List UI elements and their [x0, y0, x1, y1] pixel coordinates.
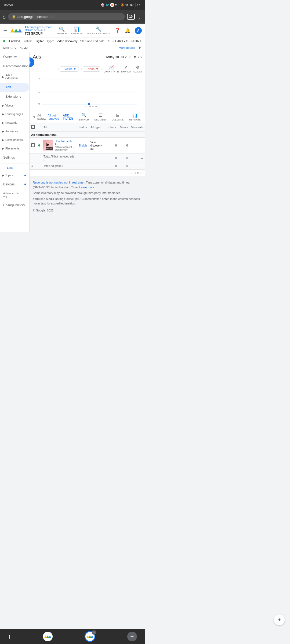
ad-text-info: How To Create A... Affiliate Account ...… — [55, 140, 76, 151]
date-label: Start and end date: — [80, 39, 105, 43]
nav-help-icon[interactable]: ❓ — [114, 28, 120, 34]
toolbar-reports-btn[interactable]: 📊 REPORTS — [126, 111, 143, 123]
ad-thumbnail[interactable]: ▶ 06:56 — [43, 140, 53, 151]
sidebar-item-extensions[interactable]: Extensions — [0, 92, 29, 101]
devices-dot — [24, 184, 26, 185]
sidebar-item-ads[interactable]: Ads — [0, 83, 29, 92]
breadcrumb-campaigns[interactable]: All campaigns — [25, 26, 41, 29]
hamburger-icon[interactable]: ☰ — [3, 28, 8, 34]
ad-status-eligible: Eligible — [79, 144, 87, 147]
sidebar-item-audiences[interactable]: ▶ Audiences — [0, 127, 29, 136]
toolbar-segment-btn[interactable]: ☰ SEGMENT — [92, 111, 109, 123]
topics-label: Topics — [5, 174, 13, 177]
max-cpv-value: ₹0.30 — [20, 46, 27, 50]
extensions-label: Extensions — [5, 95, 21, 98]
landing-pages-label: Landing pages — [5, 113, 23, 116]
total-group-label: Total: Ad group — [44, 164, 61, 167]
total-group-views-cell: 0 — [118, 163, 129, 169]
total-group-info-icon[interactable]: ℹ — [62, 164, 63, 167]
sidebar-item-overview[interactable]: Overview — [0, 52, 29, 61]
avatar[interactable]: A — [135, 27, 142, 34]
sidebar-item-change-history[interactable]: Change history — [0, 201, 29, 210]
enabled-dot — [3, 40, 5, 42]
browser-bar: ⌂ 🔒 ads.google.com/aw/ads 10 ⋮ — [0, 10, 145, 24]
breadcrumb-area: All campaigns > create affiliate account… — [25, 26, 54, 35]
nav-bell-icon[interactable]: 🔔 — [125, 28, 130, 34]
chart-type-label: CHART TYPE — [104, 70, 119, 73]
ad-checkbox[interactable] — [31, 143, 35, 147]
thumb-content: ▶ — [44, 141, 52, 147]
nav-search-wrap[interactable]: 🔍 SEARCH — [57, 26, 67, 35]
nav-reports-icon: 📊 — [74, 26, 80, 32]
bid-adj-label: Advanced bid adj... — [3, 192, 26, 198]
total-expand-cell — [30, 153, 42, 163]
nav-reports-wrap[interactable]: 📊 REPORTS — [71, 26, 82, 35]
chart-type-icon: 📈 — [109, 65, 114, 70]
date-selector[interactable]: Today 10 Jul 2021 ▼ ‹ › — [106, 55, 142, 60]
toolbar-download-btn[interactable]: ⬇ DOWNLOAD — [143, 111, 145, 123]
nav-tools-wrap[interactable]: 🔧 TOOLS & SETTINGS — [87, 26, 110, 35]
sidebar-item-topics[interactable]: ▶ Topics — [0, 171, 29, 180]
filter-value[interactable]: All but removed — [48, 114, 59, 120]
add-filter-btn[interactable]: ADD FILTER — [63, 114, 73, 120]
prev-date-btn[interactable]: ‹ — [138, 55, 139, 60]
adtype-col-header: Ad type — [89, 123, 106, 132]
sidebar-item-keywords[interactable]: ▶ Keywords — [0, 119, 29, 127]
tab-count[interactable]: 10 — [127, 14, 135, 20]
chevron-right-icon-keywords: ▶ — [2, 121, 4, 124]
url-display: ads.google.com/aw/ads — [17, 15, 54, 19]
sidebar-item-ads-extensions-section[interactable]: ▶ Ads & extensions — [0, 71, 29, 82]
chart-type-btn[interactable]: 📈 CHART TYPE — [104, 65, 119, 73]
ads-label: Ads — [5, 85, 12, 89]
campaign-dates: 10 Jul 2021 - 15 Jul 2021 — [108, 39, 141, 43]
total-group-impr-cell: 0 — [106, 163, 118, 169]
table-body: Ad #adityapanchal — [30, 132, 145, 169]
ad-info-cell: ▶ 06:56 How To Create A... Affiliate Acc… — [42, 138, 77, 153]
views-dropdown-icon[interactable]: ▼ — [73, 67, 76, 71]
impr-col-header[interactable]: ↓ Impr. — [106, 123, 118, 132]
sidebar-item-recommendations[interactable]: Recommendations — [0, 62, 29, 71]
browser-menu-dots[interactable]: ⋮ — [137, 13, 142, 20]
url-main: ads.google.com — [17, 15, 42, 19]
url-path: /aw/ads — [42, 15, 54, 19]
ad-viewrate-cell: — — [129, 138, 145, 154]
adjust-chart-label: ADJUST — [133, 70, 142, 73]
more-details-link[interactable]: More details — [119, 46, 135, 49]
toolbar-columns-btn[interactable]: ⊞ COLUMNS — [109, 111, 126, 123]
home-icon[interactable]: ⌂ — [3, 14, 6, 20]
learn-more-link[interactable]: Learn more — [79, 186, 94, 189]
select-all-checkbox[interactable] — [31, 125, 35, 129]
sidebar-item-settings[interactable]: Settings — [0, 153, 29, 162]
sidebar-item-demographics[interactable]: ▶ Demographics — [0, 136, 29, 144]
sidebar-item-placements[interactable]: ▶ Placements — [0, 144, 29, 153]
nav-tools-label: TOOLS & SETTINGS — [87, 32, 110, 35]
none-dropdown-icon[interactable]: ▼ — [96, 67, 99, 71]
date-dropdown-icon[interactable]: ▼ — [133, 55, 137, 59]
reporting-notice-link[interactable]: Reporting is not carried out in real tim… — [33, 181, 84, 184]
total-group-row: ∧ Total: Ad group ℹ 0 0 — — [30, 163, 145, 169]
group-collapse-cell[interactable]: ∧ — [30, 163, 37, 169]
sidebar-less-btn[interactable]: — Less — [0, 164, 29, 171]
chevron-right-icon-videos: ▶ — [2, 104, 4, 107]
sidebar-item-videos-section[interactable]: ▶ Videos — [0, 101, 29, 110]
main-layout: Overview Recommendations ▶ Ads & extensi… — [0, 52, 145, 232]
today-label: Today — [106, 55, 114, 59]
url-bar[interactable]: 🔒 ads.google.com/aw/ads — [8, 13, 125, 20]
views-metric-pill[interactable]: Views ▼ — [58, 66, 79, 72]
sidebar-item-bid-adj[interactable]: Advanced bid adj... — [0, 189, 29, 200]
next-date-btn[interactable]: › — [140, 55, 142, 60]
none-metric-pill[interactable]: None ▼ — [81, 66, 102, 72]
sidebar-item-devices[interactable]: Devices — [0, 180, 29, 189]
ad-duration: 06:56 — [46, 147, 53, 150]
expand-chart-btn[interactable]: ⤢ EXPAND — [121, 65, 131, 73]
sidebar-item-landing-pages[interactable]: ▶ Landing pages — [0, 110, 29, 118]
total-all-info-icon[interactable]: ℹ — [44, 158, 45, 161]
adjust-chart-btn[interactable]: ⚙ ADJUST — [133, 65, 142, 73]
footer-paragraph-1: Reporting is not carried out in real tim… — [33, 180, 142, 190]
table-container: Ad Status Ad type ↓ Impr. Views — [30, 123, 145, 169]
toolbar-search-btn[interactable]: 🔍 SEARCH — [76, 111, 92, 123]
demographics-label: Demographics — [5, 138, 23, 141]
chevron-down-icon[interactable]: ▼ — [137, 45, 142, 50]
settings-label: Settings — [3, 156, 15, 159]
ad-title-link[interactable]: How To Create A... — [55, 140, 76, 146]
